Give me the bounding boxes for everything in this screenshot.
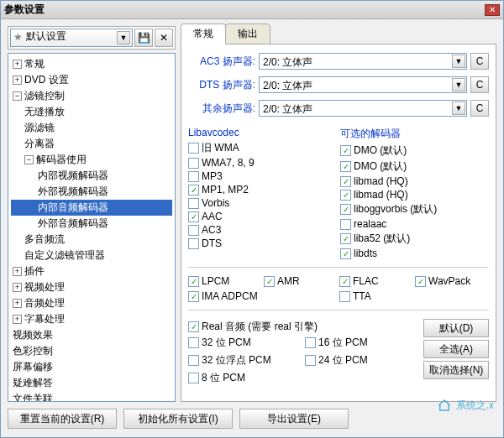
checkbox[interactable] (340, 219, 351, 230)
checkbox[interactable] (188, 321, 199, 332)
tree-splitter[interactable]: 分离器 (11, 136, 172, 152)
chk-liboggvorbis[interactable]: liboggvorbis (默认) (340, 201, 489, 217)
chk-ima-adpcm[interactable]: IMA ADPCM (188, 289, 262, 303)
deselect-button[interactable]: 取消选择(N) (423, 361, 489, 379)
chk-pcm32f[interactable]: 32 位浮点 PCM (188, 352, 303, 368)
init-all-button[interactable]: 初始化所有设置(I) (123, 409, 233, 429)
tree-custom-filter-mgr[interactable]: 自定义滤镜管理器 (11, 248, 172, 263)
settings-tree[interactable]: +常规 +DVD 设置 −滤镜控制 无缝播放 源滤镜 分离器 −解码器使用 内部… (8, 53, 176, 402)
chk-old-wma[interactable]: 旧 WMA (188, 140, 337, 156)
tree-subtitle[interactable]: +字幕处理 (11, 311, 172, 327)
ac3-select[interactable]: 2/0: 立体声▼ (259, 53, 467, 70)
checkbox[interactable] (340, 204, 351, 215)
chk-lpcm[interactable]: LPCM (188, 274, 262, 288)
checkbox[interactable] (415, 276, 426, 287)
chk-real-audio[interactable]: Real 音频 (需要 real 引擎) (188, 319, 420, 335)
tree-seamless[interactable]: 无缝播放 (11, 104, 172, 120)
checkbox[interactable] (188, 225, 199, 236)
chk-dts[interactable]: DTS (188, 237, 337, 250)
checkbox[interactable] (340, 161, 351, 172)
preset-select[interactable]: ★ 默认设置 ▼ (10, 29, 133, 47)
tree-plugin[interactable]: +插件 (11, 263, 172, 279)
tree-doubt-answer[interactable]: 疑难解答 (11, 375, 172, 391)
checkbox[interactable] (188, 276, 199, 287)
chk-realaac[interactable]: realaac (340, 217, 489, 231)
chk-dmo1[interactable]: DMO (默认) (340, 143, 489, 159)
chk-liba52[interactable]: liba52 (默认) (340, 231, 489, 247)
other-c-button[interactable]: C (470, 100, 489, 117)
preset-save-button[interactable]: 💾 (134, 29, 153, 47)
expand-icon[interactable]: + (13, 283, 22, 292)
checkbox[interactable] (188, 373, 199, 383)
checkbox[interactable] (340, 176, 351, 187)
chk-amr[interactable]: AMR (264, 274, 338, 288)
tree-decoder-use[interactable]: −解码器使用 (11, 152, 172, 168)
tree-screen-offset[interactable]: 屏幕偏移 (11, 359, 172, 375)
tab-normal[interactable]: 常规 (181, 23, 226, 44)
chk-ac3[interactable]: AC3 (188, 223, 337, 237)
checkbox[interactable] (188, 337, 199, 348)
chk-pcm24[interactable]: 24 位 PCM (305, 352, 420, 368)
checkbox[interactable] (188, 355, 199, 366)
chk-pcm32[interactable]: 32 位 PCM (188, 335, 303, 351)
chk-pcm16[interactable]: 16 位 PCM (305, 335, 420, 351)
select-all-button[interactable]: 全选(A) (423, 340, 489, 358)
chk-libmad1[interactable]: libmad (HQ) (340, 175, 489, 188)
tree-audio-proc[interactable]: +音频处理 (11, 295, 172, 311)
collapse-icon[interactable]: − (13, 91, 22, 101)
tree-multi-audio[interactable]: 多音频流 (11, 232, 172, 248)
export-button[interactable]: 导出设置(E) (239, 409, 349, 429)
tree-internal-video[interactable]: 内部视频解码器 (11, 168, 172, 184)
checkbox[interactable] (188, 198, 199, 209)
chk-wma789[interactable]: WMA7, 8, 9 (188, 156, 337, 169)
checkbox[interactable] (339, 276, 350, 287)
checkbox[interactable] (340, 248, 351, 259)
chk-vorbis[interactable]: Vorbis (188, 196, 337, 210)
chk-aac[interactable]: AAC (188, 210, 337, 223)
tab-output[interactable]: 输出 (225, 23, 270, 44)
checkbox[interactable] (264, 276, 275, 287)
checkbox[interactable] (188, 238, 199, 249)
tree-file-assoc[interactable]: 文件关联 (11, 391, 172, 402)
tree-video-proc[interactable]: +视频处理 (11, 279, 172, 295)
dropdown-icon[interactable]: ▼ (452, 55, 465, 68)
tree-dvd[interactable]: +DVD 设置 (11, 72, 172, 88)
tree-external-audio[interactable]: 外部音频解码器 (11, 216, 172, 232)
tree-external-video[interactable]: 外部视频解码器 (11, 184, 172, 200)
tree-general[interactable]: +常规 (11, 56, 172, 72)
checkbox[interactable] (340, 145, 351, 156)
close-button[interactable]: ✕ (485, 4, 500, 16)
checkbox[interactable] (188, 185, 199, 196)
dropdown-icon[interactable]: ▼ (452, 102, 465, 115)
expand-icon[interactable]: + (13, 315, 22, 324)
ac3-c-button[interactable]: C (470, 53, 489, 70)
checkbox[interactable] (188, 211, 199, 222)
chk-libdts[interactable]: libdts (340, 247, 489, 260)
reset-current-button[interactable]: 重置当前的设置(R) (8, 409, 117, 429)
chk-pcm8[interactable]: 8 位 PCM (188, 370, 303, 386)
checkbox[interactable] (188, 291, 199, 302)
checkbox[interactable] (188, 158, 199, 169)
other-select[interactable]: 2/0: 立体声▼ (259, 100, 467, 117)
chk-mp3[interactable]: MP3 (188, 169, 337, 183)
chk-dmo2[interactable]: DMO (默认) (340, 159, 489, 175)
tree-video-effect[interactable]: 视频效果 (11, 327, 172, 343)
expand-icon[interactable]: + (13, 76, 22, 85)
expand-icon[interactable]: + (13, 299, 22, 308)
checkbox[interactable] (305, 337, 316, 348)
expand-icon[interactable]: + (13, 60, 22, 69)
chk-libmad2[interactable]: libmad (HQ) (340, 188, 489, 201)
dts-c-button[interactable]: C (470, 76, 489, 93)
chk-tta[interactable]: TTA (339, 289, 413, 303)
tree-internal-audio[interactable]: 内部音频解码器 (11, 200, 172, 216)
chk-mp1mp2[interactable]: MP1, MP2 (188, 183, 337, 196)
preset-dropdown-icon[interactable]: ▼ (117, 31, 130, 44)
checkbox[interactable] (188, 143, 199, 154)
checkbox[interactable] (340, 233, 351, 244)
chk-flac[interactable]: FLAC (339, 274, 413, 288)
chk-wavpack[interactable]: WavPack (415, 274, 489, 288)
dts-select[interactable]: 2/0: 立体声▼ (259, 76, 467, 93)
checkbox[interactable] (188, 171, 199, 182)
checkbox[interactable] (305, 355, 316, 366)
checkbox[interactable] (340, 190, 351, 201)
